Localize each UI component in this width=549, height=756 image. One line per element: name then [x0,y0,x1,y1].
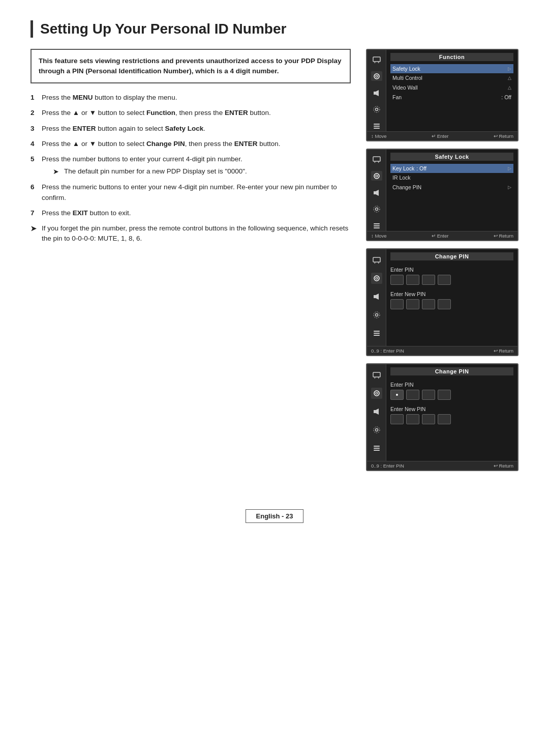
screen4-enter-pin-label: Enter PIN [390,382,513,388]
step-5-number: 5 [30,154,42,164]
page-footer: English - 23 [246,509,304,523]
screen1-item-2-label: Multi Control [392,74,422,82]
step-7-text: Press the EXIT button to exit. [42,208,351,218]
screen4-footer-return: ↩ Return [494,463,513,469]
svg-point-43 [375,428,378,431]
step-4-number: 4 [30,139,42,149]
tv-icon-setup [371,105,382,114]
step-3: 3 Press the ENTER button again to select… [30,124,351,134]
screen-change-pin-1: Change PIN Enter PIN Enter New PIN [366,248,518,356]
step-note: ➤ If you forget the pin number, press th… [30,223,351,244]
svg-rect-23 [374,227,380,228]
screen4-new-pin-boxes [390,414,513,424]
step-3-number: 3 [30,124,42,134]
pin4-box-3 [422,390,435,400]
svg-rect-9 [374,124,380,125]
svg-rect-17 [374,191,376,194]
screen4-footer-hint: 0..9 : Enter PIN [371,463,404,469]
svg-rect-12 [373,157,380,161]
step-3-text: Press the ENTER button again to select S… [42,124,351,134]
svg-marker-18 [376,190,379,196]
screen4-title: Change PIN [390,367,513,375]
svg-point-28 [376,277,378,279]
screen1-item-2-arrow: △ [508,75,511,81]
svg-point-7 [375,108,378,111]
screen1-item-1: Safety Lock ▷ [390,64,513,74]
tv-icon-source [371,55,382,65]
steps-list: 1 Press the MENU button to display the m… [30,93,351,244]
step-4: 4 Press the ▲ or ▼ button to select Chan… [30,139,351,149]
screen2-item-1-arrow: ▷ [508,165,511,172]
intro-text: This feature sets viewing restrictions a… [39,57,341,75]
step-1-text: Press the MENU button to display the men… [42,93,351,103]
svg-rect-5 [374,92,376,95]
tv3-icon-options [371,328,382,339]
tv4-icon-sound [371,406,382,417]
tv-icon-sound [371,88,382,98]
svg-point-3 [374,74,379,79]
screen3-footer-hint: 0..9 : Enter PIN [371,348,404,354]
step-2: 2 Press the ▲ or ▼ button to select Func… [30,108,351,118]
svg-rect-36 [373,372,380,377]
screen1-item-4-label: Fan [392,94,402,101]
step-1-number: 1 [30,93,42,103]
screen2-item-2-label: IR Lock [392,174,411,182]
screen2-footer-return: ↩ Return [494,233,513,239]
screen3-pin-boxes [390,275,513,285]
step-7: 7 Press the EXIT button to exit. [30,208,351,218]
tv-icon-options [371,122,382,131]
screen-function: Function Safety Lock ▷ Multi Control △ V… [366,49,518,141]
screen1-footer-return: ↩ Return [494,133,513,139]
svg-rect-29 [374,295,376,298]
svg-rect-21 [374,223,380,224]
pin4-box-4 [438,390,451,400]
svg-point-16 [376,175,378,177]
tv-sidebar-4 [367,364,386,461]
screen4-new-pin-label: Enter New PIN [390,406,513,412]
new-pin4-box-2 [406,414,419,424]
screen1-title: Function [390,53,513,61]
svg-point-39 [374,391,379,396]
tv3-icon-sound [371,291,382,302]
pin4-box-1-filled: • [390,390,404,400]
screen4-footer: 0..9 : Enter PIN ↩ Return [367,461,517,470]
tv4-icon-source [371,369,382,381]
pin-box-1 [390,275,404,285]
tv-sidebar-3 [367,249,386,346]
screen1-footer-move: ↕ Move [371,133,387,139]
screen2-footer: ↕ Move ↵ Enter ↩ Return [367,231,517,240]
screen2-item-1-label: Key Lock [392,165,414,172]
screen2-item-1-value: : Off [416,165,426,172]
screen1-item-3-arrow: △ [508,84,511,91]
svg-point-27 [374,276,379,281]
screen-safety-lock: Safety Lock Key Lock : Off ▷ IR Lock Cha… [366,149,518,241]
svg-rect-45 [374,446,380,447]
svg-rect-24 [373,257,380,262]
screen2-item-1: Key Lock : Off ▷ [390,164,513,173]
step-5-note: ➤ The default pin number for a new PDP D… [53,166,351,177]
screen2-footer-move: ↕ Move [371,233,387,239]
screen1-footer: ↕ Move ↵ Enter ↩ Return [367,131,517,140]
step-5-text: Press the number buttons to enter your c… [42,154,351,177]
new-pin-box-4 [438,299,451,309]
new-pin4-box-1 [390,414,404,424]
step-5: 5 Press the number buttons to enter your… [30,154,351,177]
pin4-box-2 [406,390,419,400]
tv2-icon-source [371,155,382,164]
tv-main-2: Safety Lock Key Lock : Off ▷ IR Lock Cha… [386,150,517,231]
screen2-footer-enter: ↵ Enter [432,233,448,239]
screen2-item-2: IR Lock [390,173,513,183]
screen1-item-3-label: Video Wall [392,84,418,92]
new-pin4-box-3 [422,414,435,424]
screen3-footer-return: ↩ Return [494,348,513,354]
tv2-icon-picture [371,171,382,181]
pin-box-3 [422,275,435,285]
svg-rect-10 [374,126,380,127]
tv-pin-main-3: Change PIN Enter PIN Enter New PIN [386,249,517,346]
tv4-icon-options [371,443,382,454]
screen1-item-4: Fan : Off [390,93,513,102]
svg-point-15 [374,173,379,179]
screen1-footer-enter: ↵ Enter [432,133,448,139]
left-column: This feature sets viewing restrictions a… [30,49,351,471]
screen3-new-pin-label: Enter New PIN [390,291,513,297]
